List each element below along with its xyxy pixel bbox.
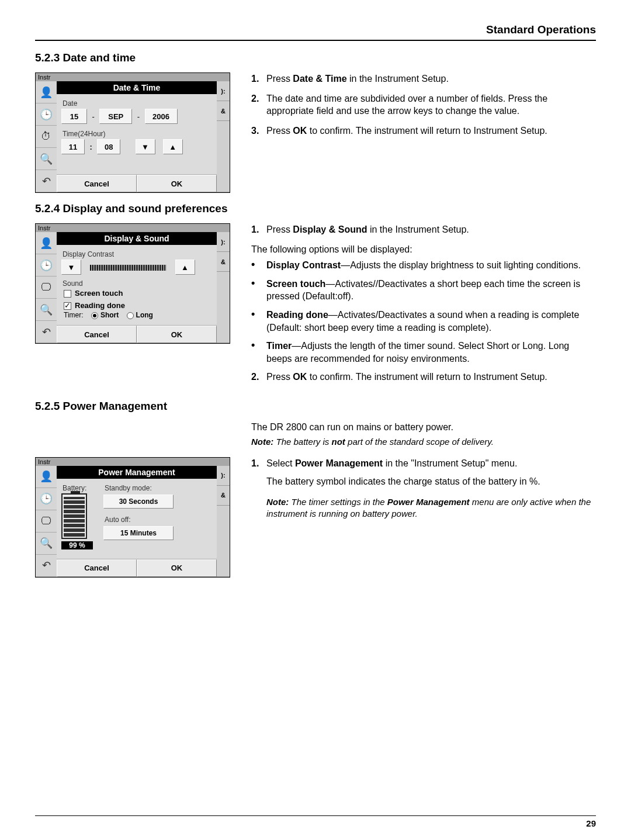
back-icon[interactable]: ↶ xyxy=(36,170,57,192)
chevron-down-icon xyxy=(141,143,149,151)
contrast-label: Display Contrast xyxy=(63,250,212,258)
operator-icon[interactable]: 👤 xyxy=(36,232,57,254)
timer-icon[interactable]: ⏱ xyxy=(36,126,57,148)
contrast-bar xyxy=(90,265,166,271)
standby-button[interactable]: 30 Seconds xyxy=(103,495,174,509)
option-item: Screen touch—Activates//Deactivates a sh… xyxy=(251,278,596,303)
dialog-sidebar: 👤 🕒 ⏱ 🔍 ↶ xyxy=(36,81,57,192)
battery-percent: 99 % xyxy=(61,541,93,549)
battery-status-para: The battery symbol indicates the charge … xyxy=(266,476,540,486)
date-month-field[interactable]: SEP xyxy=(99,109,132,124)
display-icon[interactable]: 🖵 xyxy=(36,276,57,299)
contrast-down-button[interactable] xyxy=(61,260,81,275)
cancel-button[interactable]: Cancel xyxy=(57,175,137,192)
search-icon[interactable]: 🔍 xyxy=(36,148,57,170)
clock-icon[interactable]: 🕒 xyxy=(36,488,57,510)
section-heading-display-sound: 5.2.4 Display and sound preferences xyxy=(35,202,596,215)
ok-button[interactable]: OK xyxy=(137,559,217,577)
timer-label: Timer: xyxy=(64,311,84,319)
search-icon[interactable]: 🔍 xyxy=(36,299,57,321)
option-item: Timer—Adjusts the length of the timer so… xyxy=(251,340,596,365)
screenshot-date-time: Instr 👤 🕒 ⏱ 🔍 ↶ Date & Time Date 15 xyxy=(35,72,230,193)
timer-long-radio[interactable] xyxy=(127,312,134,319)
dialog-sidebar: 👤 🕒 🖵 🔍 ↶ xyxy=(36,232,57,343)
right-tab-amp[interactable]: & xyxy=(217,252,230,272)
dialog-strip: Instr xyxy=(36,224,230,232)
clock-icon[interactable]: 🕒 xyxy=(36,103,57,126)
right-tab-amp[interactable]: & xyxy=(217,486,230,506)
cancel-button[interactable]: Cancel xyxy=(57,326,137,343)
step-item: 1.Press Date & Time in the Instrument Se… xyxy=(251,72,596,85)
right-tab-top[interactable]: ): xyxy=(217,81,230,101)
arrow-down-button[interactable] xyxy=(136,139,155,154)
cancel-button[interactable]: Cancel xyxy=(57,559,137,577)
option-item: Display Contrast—Adjusts the display bri… xyxy=(251,259,596,272)
date-label: Date xyxy=(63,99,212,108)
screenshot-display-sound: Instr 👤 🕒 🖵 🔍 ↶ Display & Sound Display … xyxy=(35,223,230,344)
arrow-up-button[interactable] xyxy=(163,139,183,154)
power-note-2: Note: The timer settings in the Power Ma… xyxy=(266,496,596,520)
screen-touch-label: Screen touch xyxy=(75,289,123,298)
clock-icon[interactable]: 🕒 xyxy=(36,254,57,276)
right-tab-strip: ): & xyxy=(217,232,230,343)
page-header: Standard Operations xyxy=(35,23,596,41)
operator-icon[interactable]: 👤 xyxy=(36,81,57,103)
contrast-up-button[interactable] xyxy=(175,260,195,275)
reading-done-checkbox[interactable] xyxy=(64,302,71,310)
display-icon[interactable]: 🖵 xyxy=(36,510,57,533)
time-hh-field[interactable]: 11 xyxy=(61,139,85,154)
chevron-down-icon xyxy=(68,263,75,272)
dialog-title: Power Management xyxy=(57,466,217,479)
page-footer: 29 xyxy=(35,815,596,828)
search-icon[interactable]: 🔍 xyxy=(36,533,57,555)
ok-button[interactable]: OK xyxy=(137,326,217,343)
step-item: 1.Press Display & Sound in the Instrumen… xyxy=(251,223,596,236)
battery-icon xyxy=(61,493,87,539)
time-label: Time(24Hour) xyxy=(63,130,212,138)
right-tab-strip: ): & xyxy=(217,466,230,577)
step-item: 2.The date and time are subdivided over … xyxy=(251,92,596,117)
option-item: Reading done—Activates/Deactivates a sou… xyxy=(251,309,596,334)
timer-short-radio[interactable] xyxy=(91,312,98,319)
autooff-button[interactable]: 15 Minutes xyxy=(103,526,174,540)
step-item: 1. Select Power Management in the "Instr… xyxy=(251,457,596,525)
standby-label: Standby mode: xyxy=(105,484,174,492)
dialog-title: Display & Sound xyxy=(57,232,217,245)
date-day-field[interactable]: 15 xyxy=(61,109,87,124)
chevron-up-icon xyxy=(169,143,176,151)
operator-icon[interactable]: 👤 xyxy=(36,466,57,488)
section-heading-date-time: 5.2.3 Date and time xyxy=(35,51,596,64)
right-tab-top[interactable]: ): xyxy=(217,466,230,486)
section-heading-power: 5.2.5 Power Management xyxy=(35,400,596,413)
sound-label: Sound xyxy=(63,279,212,288)
power-intro: The DR 2800 can run on mains or battery … xyxy=(251,421,596,434)
time-mm-field[interactable]: 08 xyxy=(97,139,120,154)
right-tab-strip: ): & xyxy=(217,81,230,192)
reading-done-label: Reading done xyxy=(75,301,125,310)
chevron-up-icon xyxy=(181,263,189,272)
back-icon[interactable]: ↶ xyxy=(36,321,57,343)
ok-button[interactable]: OK xyxy=(137,175,217,192)
autooff-label: Auto off: xyxy=(105,516,174,524)
step-item: 3.Press OK to confirm. The instrument wi… xyxy=(251,125,596,137)
dialog-strip: Instr xyxy=(36,458,230,466)
date-year-field[interactable]: 2006 xyxy=(145,109,178,124)
dialog-title: Date & Time xyxy=(57,81,217,94)
back-icon[interactable]: ↶ xyxy=(36,555,57,577)
screenshot-power: Instr 👤 🕒 🖵 🔍 ↶ Power Management Battery… xyxy=(35,457,230,578)
right-tab-amp[interactable]: & xyxy=(217,101,230,121)
step-item: 2.Press OK to confirm. The instrument wi… xyxy=(251,371,596,383)
right-tab-top[interactable]: ): xyxy=(217,232,230,252)
screen-touch-checkbox[interactable] xyxy=(64,290,71,298)
dialog-sidebar: 👤 🕒 🖵 🔍 ↶ xyxy=(36,466,57,577)
options-lead: The following options will be displayed: xyxy=(251,243,596,256)
power-note: Note: The battery is not part of the sta… xyxy=(251,436,596,448)
dialog-strip: Instr xyxy=(36,73,230,81)
